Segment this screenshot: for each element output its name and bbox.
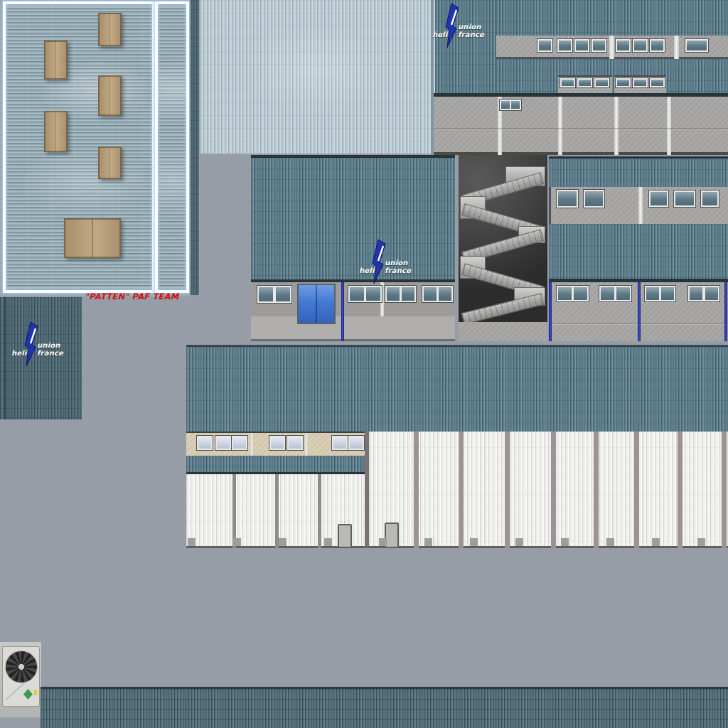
ac-panel-line [5,682,24,700]
drain-pipe [638,282,641,341]
roof-hatch-crate [44,41,68,80]
facade-window [592,39,606,52]
door-divider [414,432,419,548]
door-divider [594,432,599,548]
pilaster [609,36,614,59]
heli-union-france-logo: heli union france [11,321,81,367]
pilaster [250,433,253,457]
roof-face-top [496,0,728,36]
roof-hatch-crate [98,13,122,46]
pilaster [674,36,679,59]
facade-window [557,286,589,301]
facade-window [215,436,231,450]
facade-window [385,286,416,302]
facade-window [594,78,609,87]
blue-double-door [297,284,336,324]
facade-window [633,39,648,52]
window-band [549,187,728,224]
logo-text-left: heli [359,267,375,274]
pilaster [305,433,308,457]
roof-top-view-strip [155,1,189,293]
facade-window [633,78,648,87]
door-divider [232,474,236,548]
hangar-roof [186,345,728,432]
siding-bottom-strip [41,687,728,728]
facade-window [348,286,382,302]
facade-window [560,78,575,87]
facade-window [197,436,213,450]
facade-window [584,190,604,208]
workshop-base-wall [251,282,455,341]
facade-window [616,39,631,52]
facade-window [500,100,521,110]
hangar-office-band [186,432,365,456]
siding-narrow-strip [191,0,199,295]
facade-window [257,286,291,303]
facade-window [649,191,668,207]
door-divider [634,432,639,548]
facade-window [701,191,719,207]
concrete-wall-lower [549,282,728,341]
facade-window [422,286,453,302]
roof-band-large [549,224,728,279]
hangar-doors-right [365,432,728,548]
logo-text-left: heli [11,349,27,357]
logo-text-right: union france [37,341,81,357]
drain-pipe [341,282,344,341]
facade-window [577,78,592,87]
facade-window [287,436,303,450]
pilaster [558,97,562,155]
clerestory-window-band [496,36,728,59]
door-divider [722,432,727,548]
texture-atlas-sheet: "PATTEN" PAF TEAM heli union france heli… [0,0,728,728]
ac-unit-column [0,642,41,717]
facade-window [232,436,247,450]
facade-window [332,436,348,450]
facade-window [616,78,631,87]
roof-band [549,156,728,187]
facade-window [537,39,552,52]
ac-green-label [23,689,33,700]
roof-hatch-crate [44,111,68,152]
fan-icon [5,651,38,683]
stair-flight [461,293,545,322]
hangar-awning [186,456,365,474]
facade-window [674,191,695,207]
facade-window [650,78,665,87]
pilaster [667,97,671,155]
facade-window [557,190,578,208]
siding-light-panel [200,0,434,154]
facade-window [557,39,572,52]
roof-hatch-crate [98,75,122,116]
door-feet-row [188,538,363,546]
door-divider [678,432,682,548]
concrete-wall-upper [434,97,728,155]
facade-window [348,436,364,450]
facade-window [685,39,708,52]
roof-hatch-crate [98,146,122,179]
drain-pipe [549,282,552,341]
roof-hatch-double-crate [64,218,121,258]
pilaster [638,187,643,224]
facade-window [574,39,589,52]
heli-union-france-logo: heli union france [359,239,429,284]
ac-yellow-sticker [34,690,37,695]
panel-edge [4,297,6,419]
facade-window [269,436,285,450]
ac-unit [2,646,40,707]
door-feet-row [379,538,728,546]
facade-window [599,286,631,301]
facade-window [650,39,665,52]
facade-window [688,286,719,301]
logo-text-right: union france [385,259,429,274]
drain-pipe [724,282,727,341]
team-credit-label: "PATTEN" PAF TEAM [85,291,198,304]
door-divider [318,474,321,548]
door-divider [505,432,510,548]
door-divider [459,432,464,548]
roof-face-mid [496,59,728,95]
stairwell-base [459,322,547,341]
concrete-groove [434,128,728,130]
facade-window [645,286,675,301]
hangar-doors-left [186,474,365,548]
